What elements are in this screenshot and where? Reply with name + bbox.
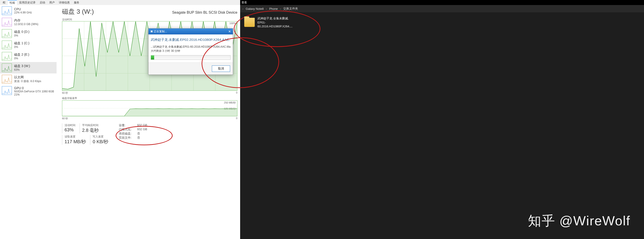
tab-app-history[interactable]: 应用历史记录	[17, 0, 38, 5]
crumb-phone[interactable]: Phone	[269, 7, 278, 10]
sidebar-title: CPU	[14, 7, 32, 11]
progress-bar	[151, 55, 230, 60]
folder-name-line1: 武神赵子龙.全集未删减.	[258, 16, 299, 20]
graph-transfer-label: 磁盘传输速率	[62, 96, 238, 100]
sidebar-item-4[interactable]: 磁盘 2 (E:) 0%	[0, 51, 56, 62]
sidebar-sub: NVIDIA GeForce GTX 1060 6GB21%	[14, 90, 54, 96]
task-manager-tabs: 程 性能 应用历史记录 启动 用户 详细信息 服务	[0, 0, 240, 5]
sparkline-icon	[2, 40, 12, 49]
close-icon[interactable]: ✕	[228, 30, 231, 33]
x-right: 0	[236, 91, 238, 95]
copy-dialog: ▣ 正在复制... ✕ 武神赵子龙.未删减.EP02.2016.HD1080P.…	[148, 28, 233, 75]
crumb-folder[interactable]: 交换文件夹	[283, 6, 298, 11]
sidebar-item-6[interactable]: 以太网 发送: 0 接收: 8.0 Kbps	[0, 74, 56, 85]
copy-eta: 大约剩余 3 小时 30 分钟	[151, 49, 230, 53]
tab-performance[interactable]: 性能	[8, 0, 17, 5]
breadcrumb[interactable]: › Galaxy Note8 › Phone › 交换文件夹	[240, 5, 644, 12]
sidebar-sub: 0%	[14, 34, 30, 37]
graph-activity-label: 活动时间	[62, 18, 238, 21]
sidebar-sub: 12.0/32.0 GB (38%)	[14, 22, 38, 26]
sidebar-sub: 63%	[14, 68, 30, 72]
sidebar-title: 磁盘 3 (W:)	[14, 64, 30, 68]
disk-properties: 容量:932 GB已格式化:932 GB系统磁盘:否页面文件:否	[119, 124, 147, 145]
copy-filename: 武神赵子龙.未删减.EP02.2016.HD1080P.X264.AAC.	[151, 37, 230, 42]
tab-details[interactable]: 详细信息	[57, 0, 72, 5]
transfer-graph: 250 MB/秒 125 MB/秒	[62, 100, 238, 116]
sparkline-icon	[2, 52, 12, 61]
folder-item[interactable]: 武神赵子龙.全集未删减. EP01-60.2016.HD1080P.X264..…	[244, 16, 299, 28]
x-left-2: 60 秒	[62, 117, 68, 120]
device-name: Seagate BUP Slim BL SCSI Disk Device	[172, 10, 238, 14]
page-title: 磁盘 3 (W:)	[62, 7, 94, 16]
sidebar-title: 磁盘 0 (D:)	[14, 30, 30, 34]
sparkline-icon	[2, 86, 12, 95]
sidebar-item-3[interactable]: 磁盘 1 (C:) 0%	[0, 39, 56, 51]
tab-startup[interactable]: 启动	[38, 0, 47, 5]
sidebar-title: GPU 0	[14, 86, 54, 90]
sidebar-sub: 发送: 0 接收: 8.0 Kbps	[14, 79, 41, 83]
folder-icon	[244, 18, 255, 27]
stat-write-speed: 写入速度 0 KB/秒	[90, 135, 112, 145]
sidebar-title: 以太网	[14, 75, 41, 79]
crumb-device[interactable]: Galaxy Note8	[246, 7, 264, 10]
watermark: 知乎 @WireWolf	[528, 212, 630, 230]
sidebar-item-7[interactable]: GPU 0 NVIDIA GeForce GTX 1060 6GB21%	[0, 85, 56, 98]
sidebar-title: 磁盘 1 (C:)	[14, 41, 30, 46]
folder-name-line2: EP01-60.2016.HD1080P.X264....	[258, 20, 299, 28]
sparkline-icon	[2, 18, 12, 26]
sparkline-icon	[2, 64, 12, 72]
sidebar-sub: 0%	[14, 46, 30, 48]
annotation-circle-folder	[234, 10, 320, 47]
sidebar-item-5[interactable]: 磁盘 3 (W:) 63%	[0, 62, 56, 74]
copy-destination: ...\武神赵子龙.全集未删减.EP01-60.2016.HD1080P.X26…	[151, 45, 230, 49]
sidebar-item-0[interactable]: CPU 22% 4.99 GHz	[0, 5, 56, 16]
sidebar-item-1[interactable]: 内存 12.0/32.0 GB (38%)	[0, 16, 56, 28]
sidebar-sub: 0%	[14, 57, 29, 60]
x-left: 60 秒	[62, 91, 68, 95]
tab-processes[interactable]: 程	[1, 0, 7, 5]
sparkline-icon	[2, 29, 12, 38]
explorer-menu-view[interactable]: 查看	[242, 1, 247, 4]
stat-active-time: 活动时间 63%	[62, 124, 80, 134]
stat-response-time: 平均响应时间 2.8 毫秒	[80, 124, 103, 134]
tab-services[interactable]: 服务	[72, 0, 81, 5]
sidebar-title: 磁盘 2 (E:)	[14, 53, 29, 57]
sidebar-sub: 22% 4.99 GHz	[14, 11, 32, 14]
sidebar-item-2[interactable]: 磁盘 0 (D:) 0%	[0, 28, 56, 39]
tab-users[interactable]: 用户	[48, 0, 56, 5]
stat-read-speed: 读取速度 117 MB/秒	[62, 135, 90, 145]
dialog-title: ▣ 正在复制...	[150, 30, 167, 34]
sparkline-icon	[2, 6, 12, 15]
sidebar-title: 内存	[14, 18, 38, 22]
x-right-2: 0	[236, 117, 238, 120]
cancel-button[interactable]: 取消	[212, 66, 230, 72]
sparkline-icon	[2, 75, 12, 84]
